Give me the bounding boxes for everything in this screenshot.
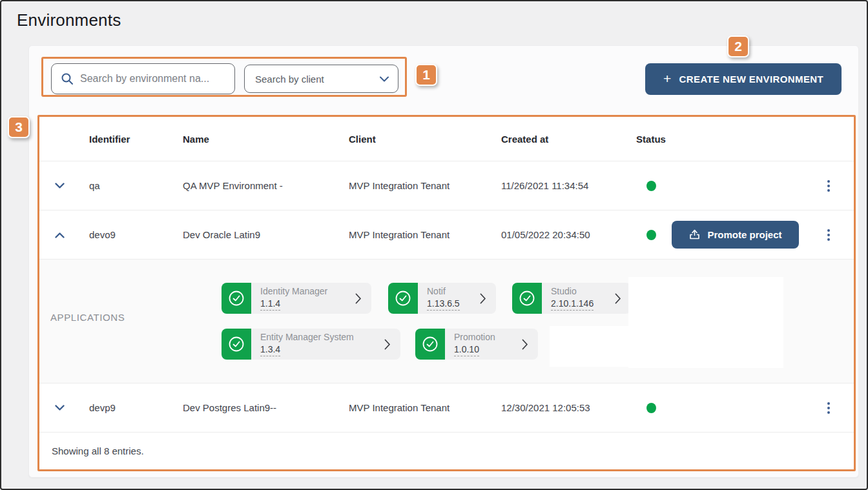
cell-name: Dev Postgres Latin9-- (175, 402, 341, 413)
check-circle-icon (222, 283, 251, 314)
promote-project-button[interactable]: Promote project (672, 221, 799, 249)
collapse-row-button[interactable] (55, 232, 65, 238)
application-version[interactable]: 1.3.4 (260, 343, 280, 356)
create-new-environment-button[interactable]: + CREATE NEW ENVIRONMENT (645, 63, 842, 95)
entries-count-text: Showing all 8 entries. (43, 445, 144, 456)
cell-created-at: 01/05/2022 20:34:50 (493, 229, 630, 240)
chevron-right-icon (384, 339, 391, 350)
header-created-at: Created at (493, 134, 630, 145)
application-name: Studio (551, 286, 594, 298)
cell-identifier: devo9 (81, 229, 175, 240)
chevron-right-icon (355, 293, 362, 304)
expand-row-button[interactable] (55, 405, 65, 411)
table-row-devp9: devp9 Dev Postgres Latin9-- MVP Integrat… (39, 383, 854, 433)
header-name: Name (175, 134, 341, 145)
header-identifier: Identifier (81, 134, 175, 145)
status-indicator (646, 181, 656, 191)
applications-label: APPLICATIONS (50, 312, 125, 323)
chevron-down-icon (380, 76, 389, 82)
client-select-value: Search by client (255, 74, 324, 85)
application-version[interactable]: 1.1.4 (260, 298, 280, 311)
environment-search (51, 63, 235, 94)
cell-client: MVP Integration Tenant (341, 180, 493, 191)
promote-icon (688, 229, 701, 241)
search-input[interactable] (80, 73, 227, 85)
cell-identifier: qa (81, 180, 175, 191)
application-chip[interactable]: Notif 1.13.6.5 (388, 283, 496, 314)
kebab-menu-icon[interactable] (825, 178, 832, 194)
chevron-right-icon (615, 293, 621, 304)
application-version[interactable]: 2.10.1.146 (551, 298, 594, 311)
status-indicator (646, 403, 656, 413)
table-row-devo9: devo9 Dev Oracle Latin9 MVP Integration … (39, 210, 854, 260)
client-select[interactable]: Search by client (244, 65, 398, 93)
environments-table: Identifier Name Client Created at Status… (37, 115, 856, 471)
callout-badge-2: 2 (727, 36, 749, 57)
application-name: Entity Manager System (260, 332, 354, 343)
header-status: Status (630, 134, 672, 145)
cell-created-at: 12/30/2021 12:05:53 (493, 402, 630, 413)
cell-name: Dev Oracle Latin9 (175, 229, 341, 240)
header-client: Client (341, 134, 493, 145)
application-chip[interactable]: Studio 2.10.1.146 (512, 283, 631, 314)
chevron-right-icon (522, 339, 528, 350)
expand-row-button[interactable] (55, 183, 65, 189)
search-icon (61, 72, 74, 85)
table-header-row: Identifier Name Client Created at Status (39, 117, 854, 161)
plus-icon: + (663, 72, 672, 85)
kebab-menu-icon[interactable] (825, 227, 832, 243)
cell-created-at: 11/26/2021 11:34:54 (493, 180, 630, 191)
check-circle-icon (388, 283, 418, 314)
table-footer: Showing all 8 entries. (39, 433, 854, 469)
check-circle-icon (512, 283, 542, 314)
chevron-right-icon (480, 293, 486, 304)
redacted-area (550, 326, 745, 367)
application-name: Promotion (454, 332, 495, 343)
table-row-qa: qa QA MVP Environment - MVP Integration … (39, 161, 854, 210)
check-circle-icon (415, 329, 445, 360)
cell-name: QA MVP Environment - (175, 180, 341, 191)
environments-page: Environments Search by client 1 + CREATE… (0, 0, 868, 490)
expanded-applications-section: APPLICATIONS Identity Manager 1.1.4 (39, 260, 854, 383)
cell-identifier: devp9 (81, 402, 175, 413)
create-button-label: CREATE NEW ENVIRONMENT (679, 74, 824, 85)
check-circle-icon (222, 329, 251, 360)
cell-client: MVP Integration Tenant (341, 402, 493, 413)
status-indicator (646, 230, 656, 240)
application-name: Notif (427, 286, 460, 298)
content-card: Search by client 1 + CREATE NEW ENVIRONM… (28, 45, 859, 478)
application-chip[interactable]: Identity Manager 1.1.4 (222, 283, 371, 314)
kebab-menu-icon[interactable] (825, 400, 832, 416)
promote-button-label: Promote project (707, 229, 781, 240)
callout-badge-1: 1 (415, 64, 437, 86)
application-name: Identity Manager (260, 286, 327, 298)
application-chip[interactable]: Promotion 1.0.10 (415, 329, 538, 360)
page-title: Environments (17, 10, 121, 30)
cell-client: MVP Integration Tenant (341, 229, 493, 240)
callout-badge-3: 3 (8, 116, 30, 138)
application-version[interactable]: 1.0.10 (454, 343, 479, 356)
application-chip[interactable]: Entity Manager System 1.3.4 (222, 329, 400, 360)
application-version[interactable]: 1.13.6.5 (427, 298, 460, 311)
